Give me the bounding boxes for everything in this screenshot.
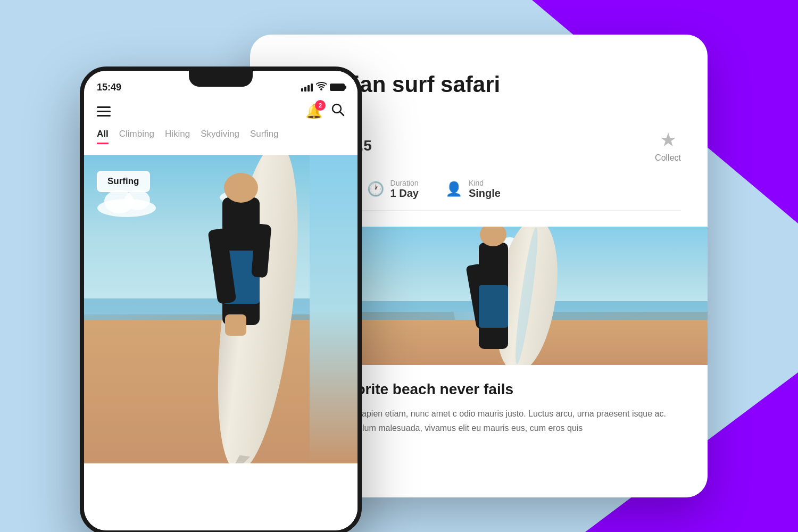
search-button[interactable] [331, 103, 345, 120]
duration-value: 1 Day [390, 187, 419, 200]
kind-text: Kind Single [469, 179, 501, 200]
phone-screen: 15:49 [84, 71, 358, 530]
notification-badge: 2 [315, 100, 326, 111]
signal-bar-2 [304, 87, 306, 92]
collect-button[interactable]: ★ Collect [655, 129, 681, 163]
tab-hiking[interactable]: Hiking [165, 129, 190, 144]
duration-icon: 🕐 [367, 181, 384, 197]
svg-rect-14 [479, 285, 508, 328]
battery-icon [330, 84, 345, 91]
signal-icon [301, 83, 313, 92]
collect-star-icon: ★ [660, 129, 677, 151]
card-main-image: Surfing [84, 155, 358, 463]
tab-climbing[interactable]: Climbing [119, 129, 154, 144]
browse-phone: 15:49 [80, 66, 362, 532]
tab-surfing[interactable]: Surfing [250, 129, 279, 144]
stat-kind: 👤 Kind Single [445, 179, 501, 200]
duration-label: Duration [390, 179, 419, 187]
menu-button[interactable] [97, 106, 111, 117]
kind-icon: 👤 [445, 181, 462, 197]
kind-value: Single [469, 187, 501, 200]
menu-line-3 [97, 115, 111, 117]
status-icons [301, 82, 345, 93]
stat-duration: 🕐 Duration 1 Day [367, 179, 419, 200]
category-badge: Surfing [97, 171, 150, 192]
signal-bar-1 [301, 88, 303, 92]
card-image-area[interactable]: Surfing [84, 155, 358, 463]
app-header: 🔔 2 [84, 97, 358, 129]
svg-point-30 [224, 173, 258, 203]
menu-line-2 [97, 111, 111, 112]
svg-point-20 [124, 190, 150, 210]
second-card-peek [310, 155, 358, 463]
menu-line-1 [97, 106, 111, 108]
tab-all[interactable]: All [97, 129, 109, 144]
signal-bar-3 [307, 85, 310, 92]
notification-bell[interactable]: 🔔 2 [305, 103, 322, 120]
tab-skydiving[interactable]: Skydiving [201, 129, 239, 144]
kind-label: Kind [469, 179, 501, 187]
svg-rect-33 [225, 314, 246, 336]
wifi-icon [316, 82, 327, 93]
badge-text: Surfing [107, 176, 139, 186]
svg-rect-34 [310, 155, 358, 463]
svg-line-16 [340, 112, 344, 115]
phones-container: Australian surf safari by Jake Burroughs… [80, 35, 718, 497]
duration-text: Duration 1 Day [390, 179, 419, 200]
status-time: 15:49 [97, 82, 121, 93]
header-right: 🔔 2 [305, 103, 345, 120]
collect-label: Collect [655, 153, 681, 163]
signal-bar-4 [311, 84, 313, 92]
phone-notch [189, 71, 253, 87]
category-tabs: All Climbing Hiking Skydiving Surfing [84, 129, 358, 144]
